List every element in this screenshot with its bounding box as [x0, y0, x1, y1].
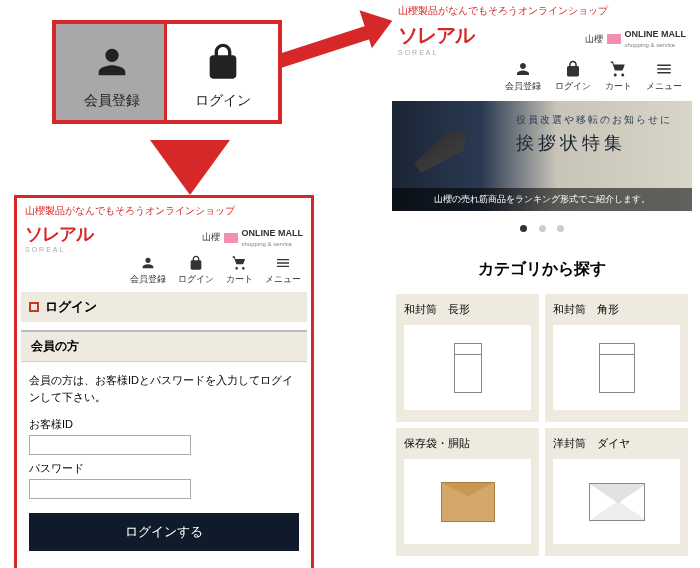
logo: ソレアル SOREAL	[398, 22, 474, 56]
envelope-kaku-icon	[553, 325, 680, 410]
login-header: 山櫻製品がなんでもそろうオンラインショップ ソレアル SOREAL 山櫻 ONL…	[21, 202, 307, 292]
login-page-title-bar: ログイン	[21, 292, 307, 322]
login-page-view: 山櫻製品がなんでもそろうオンラインショップ ソレアル SOREAL 山櫻 ONL…	[14, 195, 314, 568]
square-bullet-icon	[29, 302, 39, 312]
lock-icon	[203, 42, 243, 82]
nav-register[interactable]: 会員登録	[130, 255, 166, 286]
brand-color-icon	[224, 233, 238, 243]
partner-brands: 山櫻 ONLINE MALLshopping & service	[202, 228, 304, 248]
carousel-dots	[392, 211, 692, 253]
lock-icon	[188, 255, 204, 271]
category-card-4[interactable]: 洋封筒 ダイヤ	[545, 428, 688, 556]
id-label: お客様ID	[29, 417, 299, 432]
login-instruction: 会員の方は、お客様IDとパスワードを入力してログインして下さい。	[29, 372, 299, 405]
logo-text: ソレアル	[398, 24, 474, 46]
hero-banner[interactable]: 役員改選や移転のお知らせに 挨拶状特集 山櫻の売れ筋商品をランキング形式でご紹介…	[392, 101, 692, 211]
nav-menu[interactable]: メニュー	[265, 255, 301, 286]
partner-brands: 山櫻 ONLINE MALL shopping & service	[585, 29, 687, 49]
category-grid: 和封筒 長形 和封筒 角形 保存袋・胴貼 洋封筒 ダイヤ	[392, 294, 692, 556]
user-icon	[140, 255, 156, 271]
user-icon	[514, 60, 532, 78]
envelope-storage-icon	[404, 459, 531, 544]
logo-sub: SOREAL	[398, 49, 474, 56]
user-icon	[92, 42, 132, 82]
callout-login-highlighted: ログイン	[164, 21, 281, 123]
carousel-dot-2[interactable]	[539, 225, 546, 232]
main-shop-view: 山櫻製品がなんでもそろうオンラインショップ ソレアル SOREAL 山櫻 ONL…	[392, 0, 692, 556]
brand-row: ソレアル SOREAL 山櫻 ONLINE MALL shopping & se…	[392, 22, 692, 56]
brand-row: ソレアル SOREAL 山櫻 ONLINE MALLshopping & ser…	[21, 222, 307, 253]
header-nav: 会員登録 ログイン カート メニュー	[21, 253, 307, 292]
nav-menu[interactable]: メニュー	[646, 60, 682, 93]
category-card-3[interactable]: 保存袋・胴貼	[396, 428, 539, 556]
cart-icon	[610, 60, 628, 78]
logo: ソレアル SOREAL	[25, 222, 93, 253]
header-nav: 会員登録 ログイン カート メニュー	[392, 56, 692, 101]
hamburger-icon	[655, 60, 673, 78]
nav-register[interactable]: 会員登録	[505, 60, 541, 93]
hero-caption: 山櫻の売れ筋商品をランキング形式でご紹介します。	[392, 188, 692, 211]
triangle-down-indicator	[150, 140, 230, 195]
password-input[interactable]	[29, 479, 191, 499]
callout-register: 会員登録	[56, 24, 167, 120]
carousel-dot-3[interactable]	[557, 225, 564, 232]
nav-login[interactable]: ログイン	[178, 255, 214, 286]
lock-icon	[564, 60, 582, 78]
category-title: カテゴリから探す	[392, 253, 692, 294]
zoom-callout: 会員登録 ログイン	[52, 20, 282, 124]
customer-id-input[interactable]	[29, 435, 191, 455]
cart-icon	[232, 255, 248, 271]
nav-cart[interactable]: カート	[226, 255, 253, 286]
nav-login[interactable]: ログイン	[555, 60, 591, 93]
pen-icon	[400, 109, 484, 193]
nav-cart[interactable]: カート	[605, 60, 632, 93]
hero-text: 役員改選や移転のお知らせに 挨拶状特集	[516, 113, 672, 155]
category-card-2[interactable]: 和封筒 角形	[545, 294, 688, 422]
login-form: 会員の方は、お客様IDとパスワードを入力してログインして下さい。 お客様ID パ…	[21, 362, 307, 567]
brand-yamazakura: 山櫻	[585, 33, 603, 46]
hero-line2: 挨拶状特集	[516, 131, 672, 155]
brand-online-mall: ONLINE MALL shopping & service	[625, 29, 687, 49]
carousel-dot-1[interactable]	[520, 225, 527, 232]
envelope-naga-icon	[404, 325, 531, 410]
brand-color-icon	[607, 34, 621, 44]
login-section-heading: 会員の方	[21, 332, 307, 362]
login-member-section: 会員の方 会員の方は、お客様IDとパスワードを入力してログインして下さい。 お客…	[21, 330, 307, 568]
envelope-diamond-icon	[553, 459, 680, 544]
login-submit-button[interactable]: ログインする	[29, 513, 299, 551]
category-card-1[interactable]: 和封筒 長形	[396, 294, 539, 422]
tagline: 山櫻製品がなんでもそろうオンラインショップ	[21, 202, 307, 222]
password-label: パスワード	[29, 461, 299, 476]
hamburger-icon	[275, 255, 291, 271]
hero-line1: 役員改選や移転のお知らせに	[516, 113, 672, 127]
tagline: 山櫻製品がなんでもそろうオンラインショップ	[392, 0, 692, 22]
